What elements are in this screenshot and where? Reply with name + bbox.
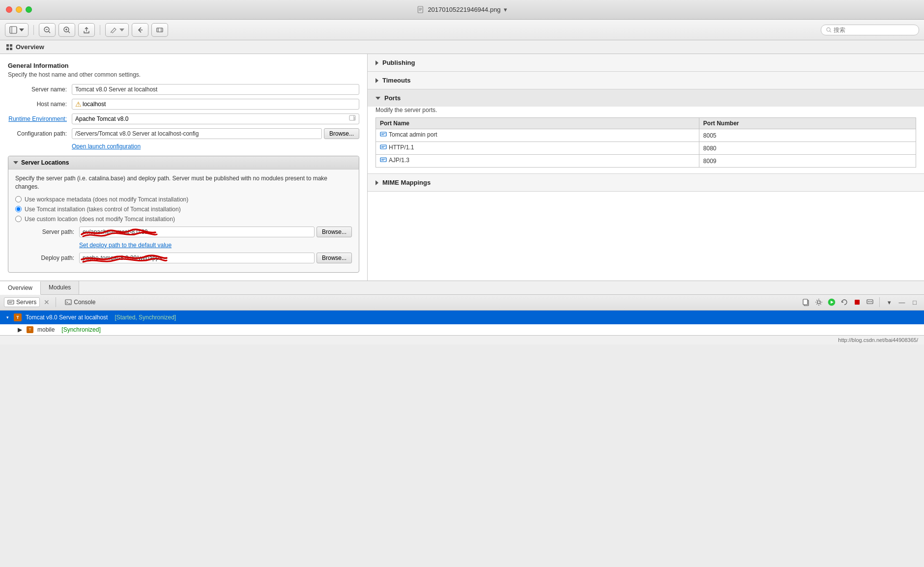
- config-browse-button[interactable]: Browse...: [324, 128, 359, 139]
- title-chevron[interactable]: ▾: [504, 6, 507, 13]
- set-deploy-link[interactable]: Set deploy path to the default value: [79, 242, 172, 249]
- port-server-icon: [380, 157, 387, 164]
- mime-title: MIME Mappings: [382, 179, 431, 186]
- server-locations-title: Server Locations: [21, 159, 69, 166]
- host-name-input[interactable]: [83, 101, 356, 108]
- runtime-value: Apache Tomcat v8.0: [75, 115, 129, 122]
- server-name-input[interactable]: [72, 84, 359, 95]
- open-launch-link[interactable]: Open launch configuration: [72, 143, 359, 150]
- tools-icon: [156, 26, 164, 34]
- server-name-label: Server name:: [8, 86, 72, 93]
- console-tab-item[interactable]: Console: [62, 298, 98, 307]
- svg-line-20: [830, 30, 831, 32]
- deploy-path-input[interactable]: [79, 253, 315, 263]
- server-path-input[interactable]: [79, 227, 315, 237]
- servers-maximize-icon[interactable]: □: [909, 297, 920, 308]
- radio-custom-label: Use custom location (does not modify Tom…: [25, 216, 175, 223]
- ports-col-name: Port Name: [376, 118, 699, 129]
- svg-rect-4: [10, 27, 17, 33]
- servers-stop-icon[interactable]: [852, 297, 863, 308]
- pen-icon: [110, 26, 117, 34]
- servers-close-icon[interactable]: ✕: [44, 298, 50, 306]
- servers-sep2: [879, 297, 880, 307]
- servers-tab-icon: [7, 299, 14, 306]
- servers-reload-icon[interactable]: [839, 297, 850, 308]
- file-icon: [417, 6, 425, 14]
- zoom-out-icon: [43, 26, 51, 34]
- toolbar-separator-1: [33, 25, 34, 35]
- deploy-path-browse-button[interactable]: Browse...: [317, 253, 352, 263]
- servers-toolbar: Servers ✕ Console: [0, 295, 924, 311]
- minimize-button[interactable]: [16, 6, 22, 13]
- radio-tomcat[interactable]: [15, 206, 22, 212]
- servers-run-icon[interactable]: [826, 297, 837, 308]
- console-icon: [65, 299, 72, 306]
- server-locations-desc: Specify the server path (i.e. catalina.b…: [15, 174, 352, 191]
- svg-rect-37: [8, 300, 14, 304]
- share-button[interactable]: [78, 23, 95, 37]
- panel-toggle-button[interactable]: [5, 23, 29, 37]
- servers-debug-icon[interactable]: [865, 297, 875, 308]
- server-locations-section: Server Locations Specify the server path…: [8, 156, 359, 273]
- zoom-in-button[interactable]: [58, 23, 75, 37]
- config-path-input[interactable]: [72, 128, 322, 139]
- port-name-cell: HTTP/1.1: [376, 142, 699, 155]
- publishing-header[interactable]: Publishing: [368, 54, 924, 71]
- servers-toolbar-right: ▾ ― □: [801, 297, 920, 308]
- port-number-cell: 8005: [699, 129, 916, 142]
- radio-custom-row: Use custom location (does not modify Tom…: [15, 216, 352, 223]
- zoom-out-button[interactable]: [39, 23, 56, 37]
- svg-rect-31: [380, 145, 386, 149]
- server-item-status: [Started, Synchronized]: [115, 314, 176, 321]
- radio-custom[interactable]: [15, 216, 22, 222]
- tab-modules[interactable]: Modules: [41, 281, 79, 294]
- radio-workspace-label: Use workspace metadata (does not modify …: [25, 196, 188, 203]
- overview-title: Overview: [16, 43, 44, 51]
- back-button[interactable]: [132, 23, 148, 37]
- console-tab-label: Console: [74, 299, 95, 306]
- timeouts-header[interactable]: Timeouts: [368, 72, 924, 89]
- mime-header[interactable]: MIME Mappings: [368, 174, 924, 191]
- table-row: Tomcat admin port 8005: [376, 129, 916, 142]
- port-icon: AJP/1.3: [380, 157, 409, 164]
- maximize-button[interactable]: [26, 6, 32, 13]
- publishing-expand-icon: [375, 60, 378, 65]
- close-button[interactable]: [6, 6, 12, 13]
- radio-workspace[interactable]: [15, 196, 22, 202]
- search-input[interactable]: [834, 27, 914, 33]
- servers-copy-icon[interactable]: [801, 297, 811, 308]
- toolbar-separator-2: [100, 25, 100, 35]
- servers-dropdown-icon[interactable]: ▾: [884, 297, 895, 308]
- tools-button[interactable]: [151, 23, 168, 37]
- deploy-path-input-wrapper: [79, 253, 315, 263]
- deploy-path-field: Browse...: [79, 253, 352, 263]
- runtime-select[interactable]: Apache Tomcat v8.0: [72, 113, 359, 124]
- ports-header[interactable]: Ports: [368, 89, 924, 107]
- server-item-logo: T: [14, 313, 22, 321]
- server-name-row: Server name:: [8, 84, 359, 95]
- general-info-title: General Information: [8, 62, 359, 69]
- radio-tomcat-row: Use Tomcat installation (takes control o…: [15, 206, 352, 213]
- server-locations-header[interactable]: Server Locations: [8, 156, 359, 170]
- deploy-path-row: Deploy path: Browse...: [15, 253, 352, 263]
- tab-overview[interactable]: Overview: [0, 282, 41, 295]
- runtime-label[interactable]: Runtime Environment:: [8, 115, 72, 122]
- svg-rect-43: [803, 299, 808, 305]
- servers-minimize-icon[interactable]: ―: [896, 297, 907, 308]
- toolbar: [0, 20, 924, 40]
- server-path-field: Browse...: [79, 227, 352, 237]
- servers-tab-item[interactable]: Servers: [4, 297, 40, 307]
- port-icon: Tomcat admin port: [380, 131, 437, 138]
- sub-item-mobile[interactable]: ▶ T mobile [Synchronized]: [0, 324, 924, 335]
- port-server-icon: [380, 131, 387, 138]
- svg-rect-16: [157, 28, 163, 32]
- server-path-label: Server path:: [15, 228, 79, 235]
- server-item-tomcat[interactable]: ▾ T Tomcat v8.0 Server at localhost [Sta…: [0, 311, 924, 324]
- servers-settings-icon[interactable]: [813, 297, 824, 308]
- overview-header: Overview: [0, 40, 924, 54]
- ports-title: Ports: [384, 94, 401, 102]
- search-bar[interactable]: [821, 25, 919, 35]
- server-path-browse-button[interactable]: Browse...: [317, 227, 352, 237]
- pen-button[interactable]: [105, 23, 129, 37]
- svg-rect-24: [10, 48, 12, 50]
